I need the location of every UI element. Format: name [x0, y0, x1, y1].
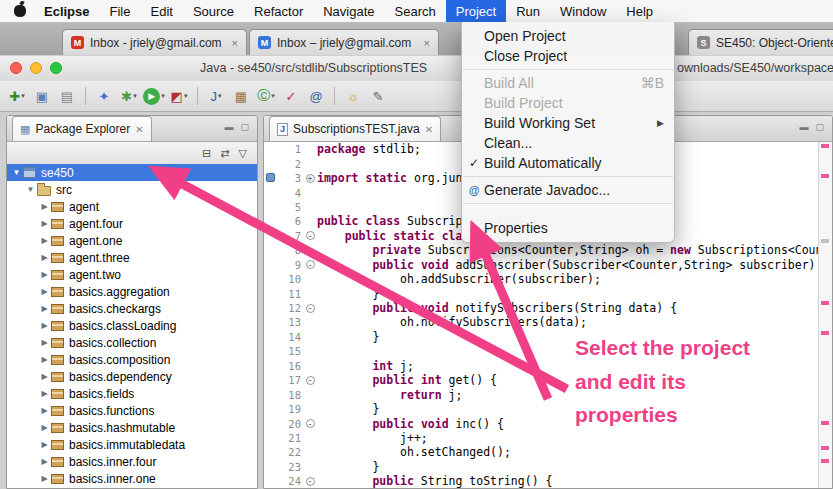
tree-item-basics-dependency[interactable]: ▶basics.dependency	[7, 368, 257, 385]
coverage-button[interactable]: ◩▾	[168, 85, 190, 107]
tree-item-se450[interactable]: ▼se450	[7, 164, 257, 181]
new-package-button[interactable]: ▦	[230, 85, 252, 107]
menu-item-build-working-set[interactable]: Build Working Set▶	[462, 113, 674, 133]
chevron-right-icon[interactable]: ▶	[39, 287, 50, 296]
code-line-23[interactable]: 23 }	[264, 460, 832, 474]
overview-ruler[interactable]	[818, 142, 832, 488]
minimize-editor-icon[interactable]: ▬	[799, 122, 808, 132]
chevron-right-icon[interactable]: ▶	[39, 423, 50, 432]
maximize-view-icon[interactable]: ▢	[240, 122, 249, 132]
menu-item-build-automatically[interactable]: ✓Build Automatically	[462, 153, 674, 173]
menu-item-open-project[interactable]: Open Project	[462, 26, 674, 46]
fold-collapse-icon[interactable]: -	[306, 477, 315, 486]
browser-tab[interactable]: MInbox – jriely@gmail.com×	[249, 29, 439, 55]
menu-item-generate-javadoc[interactable]: @Generate Javadoc...	[462, 180, 674, 200]
code-line-12[interactable]: 12- public void notifySubscribers(String…	[264, 301, 832, 315]
code-line-22[interactable]: 22 oh.setChanged();	[264, 445, 832, 459]
view-menu-icon[interactable]: ▽	[239, 147, 247, 160]
chevron-right-icon[interactable]: ▶	[39, 236, 50, 245]
chevron-right-icon[interactable]: ▶	[39, 253, 50, 262]
code-line-19[interactable]: 19 }	[264, 402, 832, 416]
occurrence-marker[interactable]	[821, 446, 829, 450]
chevron-right-icon[interactable]: ▶	[39, 270, 50, 279]
occurrence-marker[interactable]	[821, 144, 829, 148]
chevron-right-icon[interactable]: ▶	[39, 406, 50, 415]
tree-item-basics-fields[interactable]: ▶basics.fields	[7, 385, 257, 402]
code-line-17[interactable]: 17- public int get() {	[264, 373, 832, 387]
chevron-down-icon[interactable]: ▼	[11, 168, 22, 177]
minimize-view-icon[interactable]: ▬	[224, 122, 233, 132]
tree-item-basics-aggregation[interactable]: ▶basics.aggregation	[7, 283, 257, 300]
run-button[interactable]: ▶▾	[143, 85, 165, 107]
tab-close-icon[interactable]: ×	[424, 37, 430, 49]
tree-item-basics-inner-one[interactable]: ▶basics.inner.one	[7, 470, 257, 487]
code-line-16[interactable]: 16 int j;	[264, 359, 832, 373]
menubar-item-file[interactable]: File	[100, 0, 141, 22]
browser-tab[interactable]: SSE450: Object-Oriented Sof	[688, 29, 833, 55]
search-button[interactable]: ☼	[342, 85, 364, 107]
maximize-editor-icon[interactable]: ▢	[815, 122, 824, 132]
chevron-right-icon[interactable]: ▶	[39, 338, 50, 347]
chevron-right-icon[interactable]: ▶	[39, 219, 50, 228]
tree-item-src[interactable]: ▼src	[7, 181, 257, 198]
menubar-item-project[interactable]: Project	[446, 0, 506, 22]
menu-item-clean[interactable]: Clean...	[462, 133, 674, 153]
tree-item-agent[interactable]: ▶agent	[7, 198, 257, 215]
browser-tab[interactable]: MInbox - jriely@gmail.com×	[62, 29, 247, 55]
chevron-right-icon[interactable]: ▶	[39, 474, 50, 483]
chevron-down-icon[interactable]: ▼	[25, 185, 36, 194]
code-line-10[interactable]: 10 oh.addSubscriber(subscriber);	[264, 272, 832, 286]
code-line-18[interactable]: 18 return j;	[264, 387, 832, 401]
tree-item-agent-four[interactable]: ▶agent.four	[7, 215, 257, 232]
chevron-right-icon[interactable]: ▶	[39, 321, 50, 330]
tree-item-basics-functions[interactable]: ▶basics.functions	[7, 402, 257, 419]
code-line-14[interactable]: 14 }	[264, 330, 832, 344]
link-with-editor-icon[interactable]: ⇄	[220, 147, 229, 160]
menubar-item-window[interactable]: Window	[550, 0, 616, 22]
editor-tab[interactable]: J SubscriptionsTEST.java ✕	[269, 116, 441, 141]
chevron-right-icon[interactable]: ▶	[39, 202, 50, 211]
menubar-item-edit[interactable]: Edit	[140, 0, 182, 22]
fold-expand-icon[interactable]: +	[306, 174, 315, 183]
menubar-item-navigate[interactable]: Navigate	[313, 0, 384, 22]
code-line-9[interactable]: 9- public void addSubscriber(Subscriber<…	[264, 258, 832, 272]
tree-item-basics-collection[interactable]: ▶basics.collection	[7, 334, 257, 351]
close-editor-icon[interactable]: ✕	[425, 124, 433, 135]
code-line-13[interactable]: 13 oh.notifySubscribers(data);	[264, 315, 832, 329]
menubar-item-eclipse[interactable]: Eclipse	[34, 0, 100, 22]
junit-button[interactable]: ✓	[280, 85, 302, 107]
menubar-item-source[interactable]: Source	[183, 0, 244, 22]
code-line-24[interactable]: 24- public String toString() {	[264, 474, 832, 488]
chevron-right-icon[interactable]: ▶	[39, 304, 50, 313]
fold-collapse-icon[interactable]: -	[306, 304, 315, 313]
tree-item-basics-composition[interactable]: ▶basics.composition	[7, 351, 257, 368]
tree-item-agent-three[interactable]: ▶agent.three	[7, 249, 257, 266]
occurrence-marker[interactable]	[821, 301, 829, 305]
occurrence-marker[interactable]	[821, 239, 829, 243]
tab-close-icon[interactable]: ×	[232, 37, 238, 49]
save-button[interactable]: ▣	[31, 85, 53, 107]
tree-item-agent-one[interactable]: ▶agent.one	[7, 232, 257, 249]
annotations-button[interactable]: ✎	[367, 85, 389, 107]
menu-item-close-project[interactable]: Close Project	[462, 46, 674, 66]
code-line-8[interactable]: 8 private Subscriptions<Counter,String> …	[264, 243, 832, 257]
occurrence-marker[interactable]	[821, 459, 829, 463]
minimize-window-button[interactable]	[30, 62, 42, 74]
chevron-right-icon[interactable]: ▶	[39, 457, 50, 466]
fold-collapse-icon[interactable]: -	[306, 419, 315, 428]
collapse-all-icon[interactable]: ⊟	[202, 147, 211, 160]
close-window-button[interactable]	[10, 62, 22, 74]
tree-item-basics-hashmutable[interactable]: ▶basics.hashmutable	[7, 419, 257, 436]
tree-item-basics-classloading[interactable]: ▶basics.classLoading	[7, 317, 257, 334]
new-working-set-button[interactable]: ✦	[93, 85, 115, 107]
code-line-20[interactable]: 20- public void inc() {	[264, 416, 832, 430]
tree-item-basics-inner-four[interactable]: ▶basics.inner.four	[7, 453, 257, 470]
new-class-button[interactable]: Ⓒ▾	[255, 85, 277, 107]
close-view-icon[interactable]: ✕	[135, 124, 143, 135]
apple-icon[interactable]	[14, 5, 26, 17]
code-line-21[interactable]: 21 j++;	[264, 431, 832, 445]
code-line-15[interactable]: 15	[264, 344, 832, 358]
new-java-project-button[interactable]: J▾	[205, 85, 227, 107]
new-button[interactable]: ✚▾	[6, 85, 28, 107]
occurrence-marker[interactable]	[821, 174, 829, 178]
